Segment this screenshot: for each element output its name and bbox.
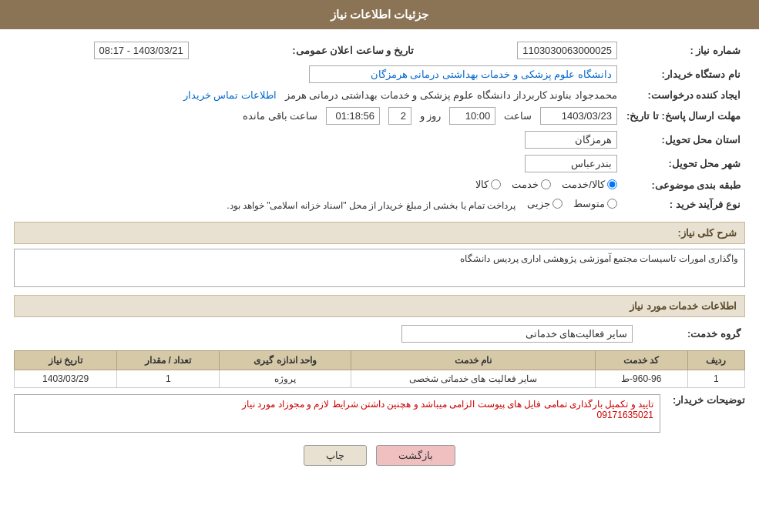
back-button[interactable]: بازگشت (376, 445, 455, 466)
col-header-count: تعداد / مقدار (117, 351, 220, 370)
need-number-label: شماره نیاز : (622, 38, 745, 62)
cell-count: 1 (117, 370, 220, 388)
page-header: جزئیات اطلاعات نیاز (0, 0, 759, 29)
radio-khadamat-input[interactable] (541, 179, 551, 189)
deadline-time-box: 10:00 (449, 107, 495, 125)
cell-code: 960-96-ط (595, 370, 687, 388)
radio-khadamat[interactable]: خدمت (512, 179, 551, 190)
category-value: کالا/خدمت خدمت کالا (14, 176, 622, 195)
announce-box: 1403/03/21 - 08:17 (94, 42, 189, 59)
cell-date: 1403/03/29 (15, 370, 117, 388)
radio-motawaset-input[interactable] (607, 199, 617, 209)
radio-motawaset[interactable]: متوسط (573, 198, 617, 209)
radio-khadamat-label: خدمت (512, 179, 539, 190)
deadline-remain-label: ساعت باقی مانده (243, 110, 317, 122)
service-group-box: سایر فعالیت‌های خدماتی (401, 325, 633, 343)
province-label: استان محل تحویل: (622, 128, 745, 152)
radio-jozi[interactable]: جزیی (527, 198, 563, 209)
creator-label: ایجاد کننده درخواست: (622, 86, 745, 104)
buyer-desc-content: تایید و تکمیل بارگذاری تمامی فایل های پی… (14, 394, 660, 433)
province-value: هرمزگان (14, 128, 622, 152)
service-info-title: اطلاعات خدمات مورد نیاز (630, 300, 737, 312)
col-header-unit: واحد اندازه گیری (220, 351, 351, 370)
content-area: شماره نیاز : 1103030063000025 تاریخ و سا… (0, 29, 759, 483)
cell-unit: پروژه (220, 370, 351, 388)
buyer-desc-section: توضیحات خریدار: تایید و تکمیل بارگذاری ت… (14, 394, 745, 433)
narration-label: شرح کلی نیاز: (677, 227, 737, 239)
radio-kala-khadamat-input[interactable] (607, 179, 617, 189)
narration-value: واگذاری امورات تاسیسات مجتمع آموزشی پژوه… (460, 253, 738, 264)
process-label: نوع فرآیند خرید : (622, 195, 745, 214)
city-box: بندرعباس (525, 155, 617, 172)
buyer-desc-value: تایید و تکمیل بارگذاری تمامی فایل های پی… (242, 399, 653, 420)
service-group-value: سایر فعالیت‌های خدماتی (14, 322, 637, 346)
cell-name: سایر فعالیت های خدماتی شخصی (351, 370, 595, 388)
print-button[interactable]: چاپ (304, 445, 367, 466)
contact-link[interactable]: اطلاعات تماس خریدار (183, 89, 277, 101)
radio-kala-label: کالا (475, 179, 489, 190)
city-label: شهر محل تحویل: (622, 152, 745, 176)
radio-kala-khadamat-label: کالا/خدمت (562, 179, 605, 190)
service-group-label: گروه خدمت: (637, 322, 745, 346)
service-group-table: گروه خدمت: سایر فعالیت‌های خدماتی (14, 322, 745, 346)
col-header-row: ردیف (687, 351, 744, 370)
cell-row: 1 (687, 370, 744, 388)
service-info-header: اطلاعات خدمات مورد نیاز (14, 295, 745, 317)
deadline-remain-box: 01:18:56 (326, 107, 380, 125)
narration-box: واگذاری امورات تاسیسات مجتمع آموزشی پژوه… (14, 249, 745, 287)
process-radio-group: متوسط جزیی (527, 198, 617, 209)
category-label: طبقه بندی موضوعی: (622, 176, 745, 195)
announce-label: تاریخ و ساعت اعلان عمومی: (193, 38, 418, 62)
page-wrapper: جزئیات اطلاعات نیاز شماره نیاز : 1103030… (0, 0, 759, 532)
deadline-time-label: ساعت (504, 110, 532, 122)
process-desc: پرداخت تمام یا بخشی از مبلغ خریدار از مح… (227, 200, 516, 211)
buyer-org-value: دانشگاه علوم پزشکی و خدمات بهداشتی درمان… (14, 62, 622, 86)
header-title: جزئیات اطلاعات نیاز (331, 8, 428, 21)
need-number-value: 1103030063000025 (434, 38, 622, 62)
buyer-org-label: نام دستگاه خریدار: (622, 62, 745, 86)
category-radio-group: کالا/خدمت خدمت کالا (475, 179, 617, 190)
services-table: ردیف کد خدمت نام خدمت واحد اندازه گیری ت… (14, 350, 745, 388)
deadline-days-box: 2 (388, 107, 411, 125)
announce-value: 1403/03/21 - 08:17 (14, 38, 193, 62)
radio-kala-input[interactable] (491, 179, 501, 189)
col-header-code: کد خدمت (595, 351, 687, 370)
deadline-label: مهلت ارسال پاسخ: تا تاریخ: (622, 104, 745, 128)
buyer-org-box: دانشگاه علوم پزشکی و خدمات بهداشتی درمان… (309, 65, 617, 83)
creator-value: محمدجواد بناوند کاربرداز دانشگاه علوم پز… (14, 86, 622, 104)
need-number-box: 1103030063000025 (517, 42, 617, 59)
deadline-day-label: روز و (420, 110, 442, 122)
buyer-desc-box: تایید و تکمیل بارگذاری تمامی فایل های پی… (14, 394, 660, 433)
col-header-date: تاریخ نیاز (15, 351, 117, 370)
radio-kala[interactable]: کالا (475, 179, 501, 190)
radio-motawaset-label: متوسط (573, 198, 605, 209)
deadline-row: 1403/03/23 ساعت 10:00 روز و 2 01:18:56 س… (14, 104, 622, 128)
radio-kala-khadamat[interactable]: کالا/خدمت (562, 179, 617, 190)
process-row: متوسط جزیی پرداخت تمام یا بخشی از مبلغ خ… (14, 195, 622, 214)
radio-jozi-input[interactable] (552, 199, 563, 209)
table-row: 1960-96-طسایر فعالیت های خدماتی شخصیپروژ… (15, 370, 745, 388)
col-header-name: نام خدمت (351, 351, 595, 370)
info-table-top: شماره نیاز : 1103030063000025 تاریخ و سا… (14, 38, 745, 214)
radio-jozi-label: جزیی (527, 198, 550, 209)
creator-text: محمدجواد بناوند کاربرداز دانشگاه علوم پز… (285, 89, 617, 101)
city-value: بندرعباس (14, 152, 622, 176)
deadline-date-box: 1403/03/23 (540, 107, 617, 125)
narration-section-header: شرح کلی نیاز: (14, 222, 745, 244)
buyer-desc-label: توضیحات خریدار: (668, 394, 745, 406)
button-group: بازگشت چاپ (14, 445, 745, 466)
province-box: هرمزگان (525, 131, 617, 149)
